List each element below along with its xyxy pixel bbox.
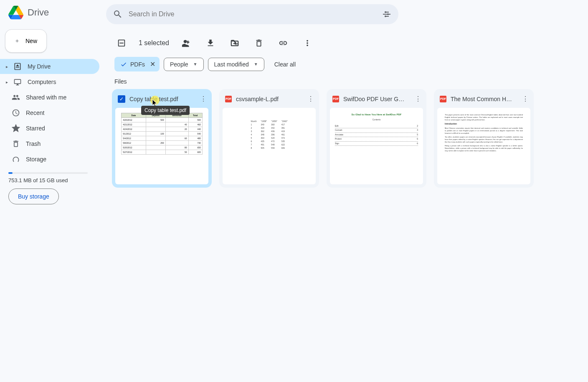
deselect-icon [117, 38, 126, 48]
sidebar-item-mydrive[interactable]: ▸ My Drive [0, 59, 99, 74]
chip-label: Last modified [214, 61, 249, 68]
sidebar-item-label: My Drive [28, 63, 51, 70]
file-more-icon[interactable]: ⋮ [520, 94, 530, 104]
file-thumbnail: This paper presents some of the most com… [437, 108, 530, 184]
download-button[interactable] [203, 36, 218, 50]
files-section-label: Files [111, 78, 580, 89]
pdf-icon: PDF [440, 96, 446, 102]
sidebar-item-computers[interactable]: ▸ Computers [0, 74, 99, 89]
close-icon[interactable]: ✕ [150, 60, 155, 68]
share-button[interactable] [179, 36, 193, 50]
storage-icon [12, 155, 20, 163]
share-icon [182, 38, 191, 48]
search-options-icon[interactable] [382, 9, 392, 19]
sidebar-item-trash[interactable]: Trash [0, 136, 99, 151]
file-card[interactable]: PDF csvsample-L.pdf ⋮ Month12345678 "195… [219, 89, 319, 188]
sidebar-item-label: Starred [26, 125, 45, 132]
sidebar-item-shared[interactable]: Shared with me [0, 90, 99, 105]
svg-point-1 [387, 13, 389, 15]
sidebar-item-recent[interactable]: Recent [0, 105, 99, 120]
plus-icon [15, 36, 20, 46]
file-more-icon[interactable]: ⋮ [413, 94, 423, 104]
pdf-icon: PDF [332, 96, 339, 102]
more-button[interactable] [300, 36, 314, 50]
chevron-right-icon: ▸ [4, 80, 9, 84]
chip-label: PDFs [130, 61, 145, 68]
pdf-icon: PDF [225, 96, 232, 102]
file-card[interactable]: ✓ Copy table test.pdf ⋮ DateDepositWithd… [112, 89, 212, 188]
filter-chip-type[interactable]: PDFs ✕ [114, 57, 160, 71]
new-button-label: New [25, 38, 37, 44]
storage-used-text: 753.1 MB of 15 GB used [8, 177, 95, 183]
file-card[interactable]: PDF SwifDoo PDF User G… ⋮ So Glad to Hav… [327, 89, 426, 188]
file-card[interactable]: PDF The Most Common H… ⋮ This paper pres… [434, 89, 534, 188]
dropdown-icon: ▼ [254, 62, 258, 66]
file-name: The Most Common H… [451, 96, 516, 102]
sidebar-item-label: Computers [28, 79, 56, 85]
sidebar-item-label: Storage [26, 156, 46, 163]
download-icon [206, 38, 215, 48]
sidebar-item-storage[interactable]: Storage [0, 152, 99, 167]
file-more-icon[interactable]: ⋮ [198, 94, 208, 104]
filter-chip-people[interactable]: People ▼ [164, 58, 204, 71]
storage-bar [8, 172, 88, 174]
link-icon [279, 38, 288, 48]
sidebar-item-label: Shared with me [26, 94, 66, 101]
clear-filters-button[interactable]: Clear all [274, 61, 296, 68]
move-icon [230, 38, 239, 48]
buy-storage-button[interactable]: Buy storage [8, 188, 59, 204]
trash-icon [12, 140, 20, 148]
file-thumbnail: Month12345678 "1958"34031836234836343549… [223, 108, 316, 184]
new-button[interactable]: New [5, 29, 47, 53]
checkbox-checked-icon[interactable]: ✓ [118, 95, 125, 103]
chevron-right-icon: ▸ [4, 64, 9, 69]
move-button[interactable] [228, 36, 242, 50]
sidebar-item-label: Trash [26, 140, 41, 147]
search-input[interactable] [129, 10, 376, 18]
shared-icon [12, 93, 20, 102]
search-bar[interactable] [106, 4, 398, 24]
filter-chip-modified[interactable]: Last modified ▼ [208, 58, 264, 71]
check-icon [120, 61, 127, 68]
svg-point-2 [385, 15, 386, 17]
dropdown-icon: ▼ [193, 62, 198, 66]
link-button[interactable] [276, 36, 290, 50]
file-name: Copy table test.pdf [129, 96, 194, 102]
mydrive-icon [13, 62, 22, 71]
deselect-button[interactable] [114, 36, 129, 50]
recent-icon [12, 109, 20, 117]
delete-icon [254, 38, 264, 48]
app-name: Drive [28, 7, 49, 18]
drive-logo-icon [8, 5, 23, 20]
computers-icon [13, 78, 22, 86]
svg-point-0 [385, 11, 386, 13]
search-icon [113, 9, 123, 19]
sidebar-item-label: Recent [26, 110, 44, 116]
file-thumbnail: DateDepositWithdrawTotal 4/20/2012500500… [115, 108, 208, 184]
delete-button[interactable] [252, 36, 266, 50]
drive-logo[interactable]: Drive [0, 0, 104, 27]
sidebar-item-starred[interactable]: Starred [0, 121, 99, 136]
file-thumbnail: So Glad to Have You Here at SwifDoo PDF … [330, 108, 423, 184]
file-name: csvsample-L.pdf [236, 96, 302, 102]
starred-icon [12, 124, 20, 132]
more-vert-icon [303, 38, 312, 48]
chip-label: People [170, 61, 188, 68]
selection-count: 1 selected [139, 39, 169, 47]
file-more-icon[interactable]: ⋮ [306, 94, 316, 104]
files-grid: ✓ Copy table test.pdf ⋮ DateDepositWithd… [111, 89, 580, 188]
file-name: SwifDoo PDF User G… [343, 96, 409, 102]
